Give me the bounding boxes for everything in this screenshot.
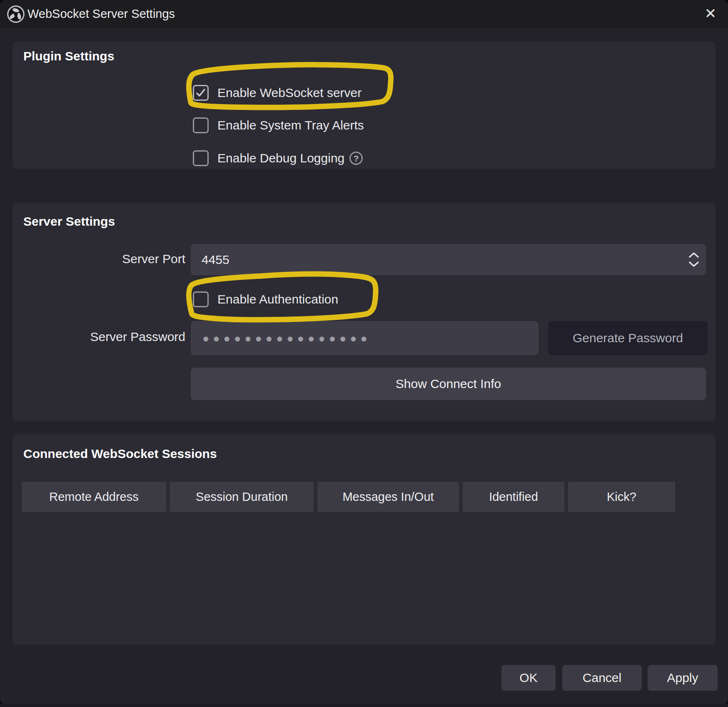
enable-debug-logging-checkbox[interactable] [193,150,209,166]
enable-system-tray-alerts-checkbox[interactable] [193,117,209,133]
websocket-server-settings-dialog: WebSocket Server Settings ✕ Plugin Setti… [0,0,728,705]
titlebar[interactable]: WebSocket Server Settings ✕ [0,0,728,28]
connected-sessions-group: Connected WebSocket Sessions Remote Addr… [12,434,716,645]
enable-authentication-checkbox[interactable] [193,291,209,307]
screen: WebSocket Server Settings ✕ Plugin Setti… [0,0,728,707]
window-title: WebSocket Server Settings [27,0,175,28]
enable-websocket-server-checkbox[interactable] [193,85,209,101]
background-strip [0,704,728,707]
help-icon[interactable]: ? [349,152,363,165]
enable-debug-logging-row: Enable Debug Logging ? [193,150,363,166]
server-password-label: Server Password [42,330,185,344]
plugin-settings-title: Plugin Settings [23,49,114,63]
enable-websocket-server-row: Enable WebSocket server [193,85,362,101]
server-password-input[interactable]: ●●●●●●●●●●●●●●●● [191,321,539,355]
column-header-remote-address[interactable]: Remote Address [22,482,166,512]
connected-sessions-title: Connected WebSocket Sessions [23,447,217,461]
enable-authentication-label: Enable Authentication [217,292,338,306]
server-settings-title: Server Settings [23,214,115,229]
spinner-controls [688,244,699,275]
column-header-kick[interactable]: Kick? [568,482,675,512]
obs-logo-icon [7,5,25,23]
apply-button[interactable]: Apply [648,665,718,691]
enable-system-tray-alerts-label: Enable System Tray Alerts [217,118,364,132]
server-port-input[interactable]: 4455 [191,244,706,275]
enable-debug-logging-label: Enable Debug Logging [217,151,344,165]
server-port-value: 4455 [202,253,229,266]
column-header-session-duration[interactable]: Session Duration [170,482,314,512]
ok-button[interactable]: OK [501,665,556,691]
checkmark-icon [195,87,206,98]
enable-websocket-server-label: Enable WebSocket server [217,86,362,100]
show-connect-info-button[interactable]: Show Connect Info [191,368,706,400]
cancel-button[interactable]: Cancel [562,665,642,691]
sessions-table-header: Remote Address Session Duration Messages… [22,482,675,512]
spin-up-icon[interactable] [688,252,699,258]
generate-password-button[interactable]: Generate Password [548,321,708,355]
plugin-settings-group: Plugin Settings [12,42,716,169]
column-header-identified[interactable]: Identified [463,482,564,512]
spin-down-icon[interactable] [688,261,699,267]
server-port-label: Server Port [42,252,185,266]
enable-authentication-row: Enable Authentication [193,291,338,307]
column-header-messages-in-out[interactable]: Messages In/Out [317,482,459,512]
close-icon[interactable]: ✕ [699,0,722,28]
enable-system-tray-alerts-row: Enable System Tray Alerts [193,117,364,133]
